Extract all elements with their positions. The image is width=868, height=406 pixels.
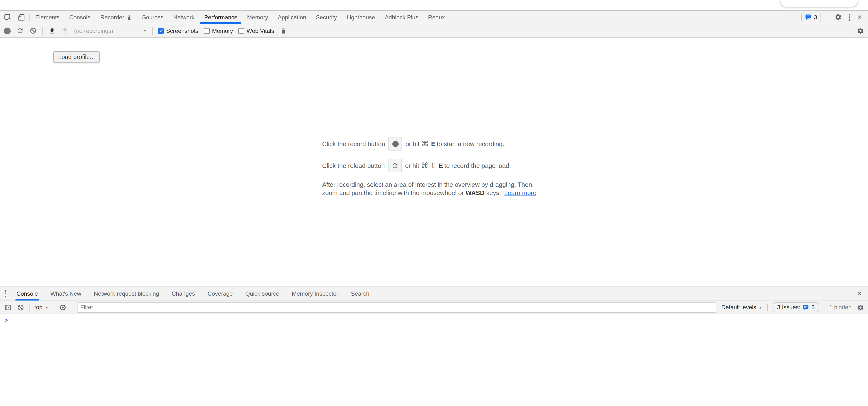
more-options-menu-button[interactable] — [848, 14, 851, 21]
main-tabs: Elements Console Recorder Sources Networ… — [31, 11, 450, 24]
tab-performance[interactable]: Performance — [199, 11, 242, 24]
drawer-tab-coverage[interactable]: Coverage — [201, 286, 239, 301]
record-dot-icon — [392, 141, 398, 147]
tab-label: Redux — [428, 14, 445, 21]
load-profile-tooltip: Load profile... — [53, 51, 100, 63]
help-text: After recording, select an area of inter… — [322, 181, 534, 197]
drawer-tab-label: Search — [351, 290, 369, 297]
issues-button[interactable]: 3 Issues: 3 — [773, 302, 819, 312]
drawer-tab-changes[interactable]: Changes — [165, 286, 201, 301]
divider — [29, 13, 30, 21]
record-button[interactable] — [4, 27, 11, 34]
load-profile-button[interactable] — [48, 27, 56, 35]
garbage-collect-button[interactable] — [279, 27, 287, 35]
issues-counter-button[interactable]: 3 — [801, 12, 821, 22]
console-settings-gear-button[interactable] — [857, 303, 864, 311]
shift-key-symbol: ⇧ — [430, 161, 436, 170]
tab-label: Adblock Plus — [385, 14, 418, 21]
tab-label: Application — [278, 14, 306, 21]
instruction-text: Click the reload button — [322, 162, 385, 169]
tab-label: Recorder — [100, 14, 124, 21]
hidden-messages-count: 1 hidden — [829, 304, 851, 311]
close-devtools-button[interactable]: ✕ — [856, 14, 863, 20]
recordings-dropdown[interactable]: (no recordings) ▼ — [74, 27, 147, 34]
tab-console[interactable]: Console — [64, 11, 95, 24]
javascript-context-dropdown[interactable]: top ▼ — [34, 304, 49, 311]
tab-label: Lighthouse — [347, 14, 375, 21]
clear-console-button[interactable] — [17, 303, 24, 311]
log-levels-value: Default levels — [721, 304, 756, 311]
tab-network[interactable]: Network — [168, 11, 199, 24]
tab-adblock-plus[interactable]: Adblock Plus — [380, 11, 423, 24]
tooltip-label: Load profile... — [58, 54, 95, 61]
learn-more-link[interactable]: Learn more — [504, 189, 536, 197]
browser-popup-remnant — [780, 0, 858, 7]
save-profile-button[interactable] — [61, 27, 69, 35]
wasd-keys-text: WASD — [466, 189, 485, 197]
overview-help-paragraph: After recording, select an area of inter… — [322, 180, 541, 197]
console-filter-input[interactable] — [77, 302, 716, 312]
context-value: top — [34, 304, 42, 311]
tab-sources[interactable]: Sources — [137, 11, 168, 24]
e-key-symbol: E — [439, 162, 443, 169]
screenshots-checkbox-group[interactable]: Screenshots — [158, 27, 198, 34]
tab-lighthouse[interactable]: Lighthouse — [342, 11, 380, 24]
instruction-text: or hit — [405, 140, 420, 147]
drawer-tab-whats-new[interactable]: What's New — [44, 286, 87, 301]
reload-and-record-button[interactable] — [16, 27, 24, 35]
capture-settings-gear-button[interactable] — [857, 27, 864, 35]
drawer-tab-label: Quick source — [245, 290, 279, 297]
memory-checkbox[interactable] — [204, 28, 210, 34]
divider — [29, 304, 30, 311]
tab-elements[interactable]: Elements — [31, 11, 64, 24]
cmd-key-symbol: ⌘ — [422, 139, 429, 148]
divider — [152, 27, 153, 35]
drawer-tab-memory-inspector[interactable]: Memory Inspector — [285, 286, 345, 301]
screenshots-checkbox[interactable] — [158, 28, 164, 34]
drawer-tab-search[interactable]: Search — [345, 286, 376, 301]
drawer-more-tools-button[interactable] — [4, 290, 7, 297]
instruction-text: Click the record button — [322, 140, 385, 147]
drawer-tab-console[interactable]: Console — [10, 286, 44, 301]
reload-icon — [392, 162, 399, 169]
drawer-tab-label: Console — [17, 290, 38, 297]
recording-instructions: Click the record button or hit ⌘ E to st… — [322, 137, 546, 197]
inspect-element-button[interactable] — [3, 12, 12, 22]
console-toolbar: top ▼ Default levels ▼ 3 Issues: 3 — [0, 301, 868, 314]
tab-memory[interactable]: Memory — [242, 11, 273, 24]
devtools-window: Elements Console Recorder Sources Networ… — [0, 0, 868, 406]
devtools-panel: Elements Console Recorder Sources Networ… — [0, 11, 868, 406]
tab-application[interactable]: Application — [273, 11, 311, 24]
console-sidebar-toggle-button[interactable] — [4, 303, 11, 311]
memory-checkbox-group[interactable]: Memory — [204, 27, 233, 34]
divider — [824, 304, 825, 311]
tab-redux[interactable]: Redux — [423, 11, 450, 24]
tab-label: Network — [173, 14, 194, 21]
main-tabbar: Elements Console Recorder Sources Networ… — [0, 11, 868, 24]
console-messages-area[interactable]: > — [0, 314, 868, 406]
live-expression-eye-button[interactable] — [59, 303, 67, 311]
console-prompt-chevron-icon: > — [5, 316, 8, 324]
tab-label: Performance — [204, 14, 237, 21]
issues-count: 3 — [814, 14, 817, 21]
web-vitals-checkbox[interactable] — [238, 28, 244, 34]
issues-label: 3 Issues: — [777, 304, 800, 311]
settings-gear-button[interactable] — [833, 12, 843, 22]
tab-recorder[interactable]: Recorder — [95, 11, 137, 24]
performance-panel-content: Click the record button or hit ⌘ E to st… — [0, 38, 868, 286]
divider — [850, 27, 851, 35]
clear-recording-button[interactable] — [29, 27, 37, 35]
divider — [827, 13, 827, 21]
e-key-symbol: E — [431, 140, 435, 147]
log-levels-dropdown[interactable]: Default levels ▼ — [721, 304, 763, 311]
tab-label: Elements — [35, 14, 60, 21]
close-drawer-button[interactable]: ✕ — [856, 290, 868, 297]
drawer-tab-quick-source[interactable]: Quick source — [239, 286, 285, 301]
divider — [71, 304, 72, 311]
record-button-illustration — [389, 137, 402, 150]
device-toolbar-button[interactable] — [17, 12, 26, 22]
drawer-tab-network-request-blocking[interactable]: Network request blocking — [87, 286, 165, 301]
tab-security[interactable]: Security — [311, 11, 342, 24]
console-prompt[interactable]: > — [0, 314, 868, 324]
web-vitals-checkbox-group[interactable]: Web Vitals — [238, 27, 274, 34]
